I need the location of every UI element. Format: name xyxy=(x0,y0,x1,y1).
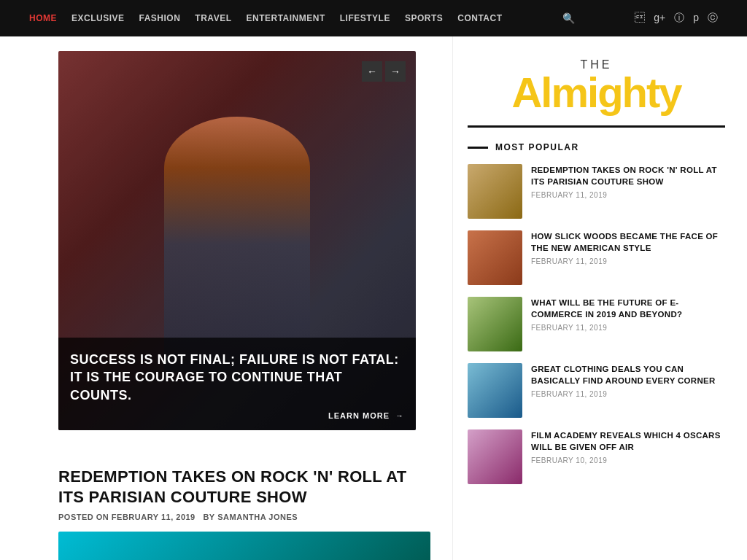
nav-links: HOMEEXCLUSIVEFASHIONTRAVELENTERTAINMENTL… xyxy=(29,13,503,23)
meta-by: BY xyxy=(203,513,214,521)
popular-list: REDEMPTION TAKES ON ROCK 'N' ROLL AT ITS… xyxy=(468,164,725,484)
popular-item-1: REDEMPTION TAKES ON ROCK 'N' ROLL AT ITS… xyxy=(468,164,725,219)
slider-caption-text: SUCCESS IS NOT FINAL; FAILURE IS NOT FAT… xyxy=(70,351,404,404)
popular-info-3: WHAT WILL BE THE FUTURE OF E-COMMERCE IN… xyxy=(531,297,725,332)
main-nav: HOMEEXCLUSIVEFASHIONTRAVELENTERTAINMENTL… xyxy=(0,0,747,36)
site-logo: THE Almighty xyxy=(468,51,725,128)
popular-title-3[interactable]: WHAT WILL BE THE FUTURE OF E-COMMERCE IN… xyxy=(531,297,725,320)
nav-link-home[interactable]: HOME xyxy=(29,13,57,23)
nav-link-fashion[interactable]: FASHION xyxy=(139,13,181,23)
nav-link-sports[interactable]: SPORTS xyxy=(405,13,443,23)
popular-date-1: FEBRUARY 11, 2019 xyxy=(531,191,725,199)
popular-info-4: GREAT CLOTHING DEALS YOU CAN BASICALLY F… xyxy=(531,363,725,398)
popular-thumb-2 xyxy=(468,230,522,285)
hero-slider: ← → SUCCESS IS NOT FINAL; FAILURE IS NOT… xyxy=(58,51,416,430)
article-author: SAMANTHA JONES xyxy=(217,513,298,521)
popular-title-2[interactable]: HOW SLICK WOODS BECAME THE FACE OF THE N… xyxy=(531,230,725,254)
most-popular-heading: MOST POPULAR xyxy=(468,142,725,152)
learn-more-link[interactable]: LEARN MORE → xyxy=(70,411,404,420)
popular-item-2: HOW SLICK WOODS BECAME THE FACE OF THE N… xyxy=(468,230,725,285)
slider-next-button[interactable]: → xyxy=(385,61,406,82)
pinterest-icon[interactable]: p xyxy=(693,12,699,25)
popular-item-3: WHAT WILL BE THE FUTURE OF E-COMMERCE IN… xyxy=(468,297,725,351)
popular-date-2: FEBRUARY 11, 2019 xyxy=(531,257,725,265)
meta-prefix: POSTED ON xyxy=(58,513,109,521)
logo-almighty[interactable]: Almighty xyxy=(468,71,725,114)
popular-title-1[interactable]: REDEMPTION TAKES ON ROCK 'N' ROLL AT ITS… xyxy=(531,164,725,187)
popular-thumb-5 xyxy=(468,429,522,484)
popular-thumb-3 xyxy=(468,297,522,351)
nav-link-lifestyle[interactable]: LIFESTYLE xyxy=(340,13,390,23)
article-meta: POSTED ON FEBRUARY 11, 2019 BY SAMANTHA … xyxy=(58,513,430,521)
logo-highlight: A xyxy=(511,69,541,116)
article-thumbnail xyxy=(58,532,430,560)
popular-date-4: FEBRUARY 11, 2019 xyxy=(531,390,725,398)
page-wrapper: ← → SUCCESS IS NOT FINAL; FAILURE IS NOT… xyxy=(0,36,747,560)
popular-thumb-1 xyxy=(468,164,522,219)
slider-nav-buttons: ← → xyxy=(362,61,406,82)
nav-link-exclusive[interactable]: EXCLUSIVE xyxy=(71,13,125,23)
article-date: FEBRUARY 11, 2019 xyxy=(112,513,196,521)
slider-prev-button[interactable]: ← xyxy=(362,61,382,82)
slider-caption: SUCCESS IS NOT FINAL; FAILURE IS NOT FAT… xyxy=(58,338,416,430)
popular-date-5: FEBRUARY 10, 2019 xyxy=(531,456,725,464)
nav-link-contact[interactable]: CONTACT xyxy=(457,13,502,23)
article-title[interactable]: REDEMPTION TAKES ON ROCK 'N' ROLL AT ITS… xyxy=(58,467,430,507)
popular-info-1: REDEMPTION TAKES ON ROCK 'N' ROLL AT ITS… xyxy=(531,164,725,199)
social-icons:  g+ ⓘ p ⓒ xyxy=(635,12,718,25)
popular-thumb-4 xyxy=(468,363,522,418)
main-content: ← → SUCCESS IS NOT FINAL; FAILURE IS NOT… xyxy=(0,36,452,560)
sidebar: THE Almighty MOST POPULAR REDEMPTION TAK… xyxy=(452,36,747,560)
popular-item-5: FILM ACADEMY REVEALS WHICH 4 OSCARS WILL… xyxy=(468,429,725,484)
woman-figure xyxy=(164,117,310,372)
googleplus-icon[interactable]: g+ xyxy=(654,12,665,25)
popular-title-4[interactable]: GREAT CLOTHING DEALS YOU CAN BASICALLY F… xyxy=(531,363,725,386)
popular-title-5[interactable]: FILM ACADEMY REVEALS WHICH 4 OSCARS WILL… xyxy=(531,429,725,453)
nav-link-travel[interactable]: TRAVEL xyxy=(195,13,231,23)
popular-info-2: HOW SLICK WOODS BECAME THE FACE OF THE N… xyxy=(531,230,725,265)
popular-item-4: GREAT CLOTHING DEALS YOU CAN BASICALLY F… xyxy=(468,363,725,418)
popular-date-3: FEBRUARY 11, 2019 xyxy=(531,324,725,332)
instagram-icon[interactable]: ⓘ xyxy=(674,12,684,25)
nav-link-entertainment[interactable]: ENTERTAINMENT xyxy=(246,13,325,23)
facebook-icon[interactable]:  xyxy=(635,12,645,25)
search-icon[interactable]: 🔍 xyxy=(562,12,575,24)
arrow-icon: → xyxy=(395,411,404,420)
popular-info-5: FILM ACADEMY REVEALS WHICH 4 OSCARS WILL… xyxy=(531,429,725,464)
twitter-icon[interactable]: ⓒ xyxy=(708,12,718,25)
